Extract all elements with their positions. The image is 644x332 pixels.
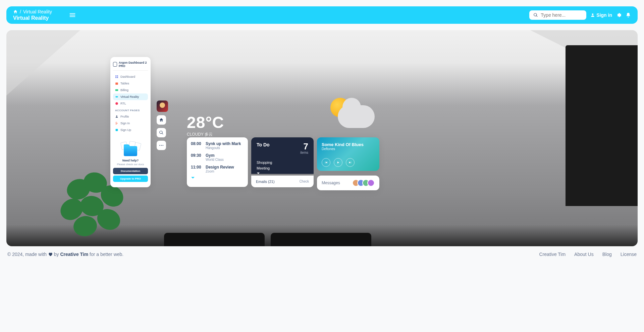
cloud-icon xyxy=(338,105,375,128)
breadcrumb-current[interactable]: Virtual Reality xyxy=(23,9,52,14)
schedule-row[interactable]: 08:00 Synk up with Mark Hangouts xyxy=(191,141,244,150)
page-title: Virtual Reality xyxy=(13,15,52,21)
menu-toggle-icon[interactable] xyxy=(69,11,76,19)
home-button[interactable] xyxy=(157,115,166,125)
weather-temp: 28°C xyxy=(187,113,224,132)
user-icon xyxy=(590,13,595,17)
signin-icon xyxy=(115,122,118,125)
todo-count: 7 xyxy=(300,142,308,151)
todo-expand-icon[interactable] xyxy=(257,172,308,175)
sidebar-item-billing[interactable]: Billing xyxy=(113,87,148,93)
search-icon xyxy=(533,13,538,17)
breadcrumb: / Virtual Reality xyxy=(13,9,52,14)
svg-rect-11 xyxy=(116,129,118,131)
vr-quick-column xyxy=(157,101,168,150)
footer-link[interactable]: About Us xyxy=(574,252,594,257)
schedule-card: 08:00 Synk up with Mark Hangouts 09:30 G… xyxy=(187,137,248,187)
footer-link[interactable]: Creative Tim xyxy=(539,252,566,257)
chair xyxy=(164,233,265,246)
dashboard-icon xyxy=(115,75,118,78)
svg-rect-3 xyxy=(115,77,116,78)
more-button[interactable] xyxy=(157,141,166,150)
emails-card[interactable]: Emails (21) Check xyxy=(251,176,314,187)
prev-track-button[interactable] xyxy=(322,158,330,167)
svg-point-9 xyxy=(115,102,118,105)
messages-label: Messages xyxy=(322,181,340,185)
svg-rect-4 xyxy=(117,77,118,78)
schedule-row[interactable]: 11:00 Design Review Zoom xyxy=(191,165,244,173)
avatar[interactable] xyxy=(157,101,168,112)
sidebar: Argon Dashboard 2 PRO Dashboard Tables B… xyxy=(110,57,151,187)
profile-icon xyxy=(115,115,118,118)
svg-point-13 xyxy=(161,145,162,146)
schedule-title: Gym xyxy=(206,153,224,158)
weather-text: 28°C CLOUDY 多云 xyxy=(187,113,224,137)
sidebar-item-profile[interactable]: Profile xyxy=(113,113,148,120)
schedule-time: 08:00 xyxy=(191,141,202,150)
sidebar-item-rtl[interactable]: RTL xyxy=(113,100,148,107)
docs-card: Need help? Please check our docs Documen… xyxy=(113,143,148,182)
message-avatars xyxy=(355,179,375,187)
upgrade-button[interactable]: Upgrade to PRO xyxy=(113,176,148,182)
svg-rect-6 xyxy=(115,82,118,83)
schedule-time: 11:00 xyxy=(191,165,202,173)
svg-point-10 xyxy=(116,116,117,117)
home-icon[interactable] xyxy=(13,9,18,14)
messages-card[interactable]: Messages xyxy=(317,176,379,190)
heart-icon xyxy=(48,252,54,257)
documentation-button[interactable]: Documentation xyxy=(113,168,148,174)
schedule-title: Design Review xyxy=(206,165,234,170)
todo-list: Shopping Meeting xyxy=(257,160,308,171)
emails-label: Emails (21) xyxy=(256,180,275,184)
next-track-button[interactable] xyxy=(346,158,355,167)
weather-icon xyxy=(328,97,379,131)
calendar-icon xyxy=(115,82,118,85)
bell-icon[interactable] xyxy=(626,12,631,18)
todo-item: Meeting xyxy=(257,165,308,171)
footer-link[interactable]: Blog xyxy=(602,252,612,257)
music-controls xyxy=(322,158,375,167)
weather-desc: CLOUDY 多云 xyxy=(187,132,224,137)
tv-screen xyxy=(566,45,638,206)
breadcrumb-sep: / xyxy=(20,9,21,14)
search-input[interactable] xyxy=(541,12,582,18)
brand-icon xyxy=(113,62,117,67)
sidebar-item-signin[interactable]: Sign In xyxy=(113,120,148,127)
vr-icon xyxy=(115,95,118,98)
footer: © 2024, made with by Creative Tim for a … xyxy=(0,246,644,262)
chair xyxy=(271,233,371,246)
footer-author-link[interactable]: Creative Tim xyxy=(60,252,88,257)
rtl-icon xyxy=(115,102,118,105)
music-artist: Deftones xyxy=(322,147,375,151)
svg-rect-2 xyxy=(117,75,118,76)
sign-in-link[interactable]: Sign in xyxy=(590,12,612,18)
sidebar-item-label: RTL xyxy=(120,102,126,105)
sidebar-item-label: Dashboard xyxy=(120,75,135,78)
emails-check-link[interactable]: Check xyxy=(300,180,309,183)
wall-left xyxy=(6,30,80,95)
sidebar-item-label: Sign Up xyxy=(120,128,131,132)
schedule-expand-icon[interactable] xyxy=(191,177,244,179)
navbar-left: / Virtual Reality Virtual Reality xyxy=(13,9,52,21)
brand[interactable]: Argon Dashboard 2 PRO xyxy=(113,61,148,68)
play-button[interactable] xyxy=(334,158,342,167)
schedule-time: 09:30 xyxy=(191,153,202,161)
search-box[interactable] xyxy=(529,10,586,20)
svg-rect-1 xyxy=(115,75,116,76)
card-icon xyxy=(115,88,118,92)
sidebar-item-virtual-reality[interactable]: Virtual Reality xyxy=(113,93,148,100)
footer-link[interactable]: License xyxy=(621,252,637,257)
gear-icon[interactable] xyxy=(616,12,622,18)
sidebar-item-tables[interactable]: Tables xyxy=(113,80,148,87)
todo-items-label: items xyxy=(300,151,308,154)
docs-sub: Please check our docs xyxy=(113,163,148,166)
sidebar-item-label: Billing xyxy=(120,88,128,92)
sidebar-item-label: Tables xyxy=(120,82,129,85)
music-card: Some Kind Of Blues Deftones xyxy=(317,137,379,171)
schedule-row[interactable]: 09:30 Gym World Class xyxy=(191,153,244,161)
footer-links: Creative Tim About Us Blog License xyxy=(539,252,637,257)
sidebar-item-signup[interactable]: Sign Up xyxy=(113,127,148,133)
sidebar-item-dashboard[interactable]: Dashboard xyxy=(113,73,148,80)
search-button[interactable] xyxy=(157,128,166,137)
schedule-sub: Zoom xyxy=(206,170,234,173)
